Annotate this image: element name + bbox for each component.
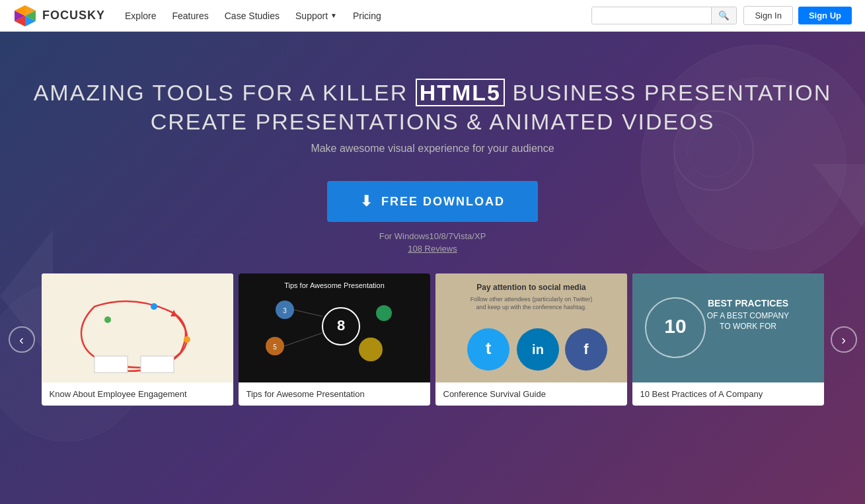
card-title-3: Conference Survival Guide — [435, 382, 627, 406]
svg-point-30 — [359, 338, 383, 361]
nav-case-studies[interactable]: Case Studies — [225, 11, 280, 21]
svg-point-19 — [104, 316, 111, 323]
search-button[interactable]: 🔍 — [711, 7, 736, 24]
svg-rect-14 — [42, 273, 233, 382]
download-icon: ⬇ — [360, 193, 373, 210]
html5-badge: HTML5 — [416, 79, 505, 106]
card4-svg: 10 BEST PRACTICES OF A BEST COMPANY TO W… — [632, 273, 824, 382]
svg-text:10: 10 — [664, 315, 686, 337]
svg-text:TO WORK FOR: TO WORK FOR — [720, 322, 776, 331]
navbar: FOCUSKY Explore Features Case Studies Su… — [0, 0, 865, 32]
svg-text:5: 5 — [273, 343, 277, 351]
logo[interactable]: FOCUSKY — [13, 4, 105, 28]
nav-explore[interactable]: Explore — [125, 11, 156, 21]
svg-text:8: 8 — [336, 317, 344, 334]
signup-button[interactable]: Sign Up — [798, 7, 852, 24]
logo-text: FOCUSKY — [42, 9, 105, 22]
svg-marker-13 — [813, 164, 865, 230]
card-title-2: Tips for Awesome Presentation — [239, 382, 430, 406]
search-input[interactable] — [592, 7, 711, 24]
svg-rect-17 — [94, 356, 128, 373]
svg-point-21 — [184, 336, 190, 343]
svg-point-31 — [376, 305, 392, 321]
card-title-4: 10 Best Practices of A Company — [632, 382, 824, 406]
nav-support[interactable]: Support ▼ — [295, 11, 337, 21]
svg-point-20 — [151, 303, 157, 310]
card-image-4: 10 BEST PRACTICES OF A BEST COMPANY TO W… — [632, 273, 824, 382]
logo-icon — [13, 4, 37, 28]
carousel-items: Know About Employee Engagement Tips for … — [35, 273, 831, 406]
svg-text:Pay attention to  social media: Pay attention to social media — [476, 283, 586, 292]
search-icon: 🔍 — [718, 11, 730, 20]
card-title-1: Know About Employee Engagement — [42, 382, 233, 406]
windows-compatibility: For Windows10/8/7Vista/XP — [379, 231, 486, 241]
carousel-card-2[interactable]: Tips for Awesome Presentation 8 3 5 — [239, 273, 430, 406]
signin-button[interactable]: Sign In — [743, 6, 792, 25]
svg-text:BEST PRACTICES: BEST PRACTICES — [707, 298, 788, 308]
svg-text:in: in — [532, 342, 544, 357]
svg-rect-18 — [141, 356, 174, 373]
reviews-link[interactable]: 108 Reviews — [408, 244, 457, 254]
nav-menu: Explore Features Case Studies Support ▼ … — [125, 11, 591, 21]
svg-text:t: t — [485, 338, 491, 358]
carousel-prev-button[interactable]: ‹ — [9, 326, 35, 353]
carousel-next-button[interactable]: › — [831, 326, 857, 353]
hero-section: AMAZING TOOLS FOR A KILLER HTML5 BUSINES… — [0, 32, 865, 504]
carousel-card-1[interactable]: Know About Employee Engagement — [42, 273, 233, 406]
carousel: ‹ — [0, 273, 865, 406]
svg-text:3: 3 — [283, 307, 287, 314]
carousel-card-3[interactable]: Pay attention to social media Follow oth… — [435, 273, 627, 406]
nav-features[interactable]: Features — [172, 11, 208, 21]
svg-text:Tips for Awesome Presentation: Tips for Awesome Presentation — [284, 281, 385, 289]
card2-svg: Tips for Awesome Presentation 8 3 5 — [239, 273, 430, 382]
svg-text:OF A BEST COMPANY: OF A BEST COMPANY — [706, 311, 788, 320]
search-bar: 🔍 — [591, 7, 737, 24]
card-image-3: Pay attention to social media Follow oth… — [435, 273, 627, 382]
card1-svg — [42, 273, 233, 382]
carousel-card-4[interactable]: 10 BEST PRACTICES OF A BEST COMPANY TO W… — [632, 273, 824, 406]
chevron-down-icon: ▼ — [330, 12, 337, 19]
svg-rect-22 — [239, 273, 430, 382]
card3-svg: Pay attention to social media Follow oth… — [435, 273, 627, 382]
hero-subtitle: Make awesome visual experience for your … — [311, 143, 554, 155]
card-image-1 — [42, 273, 233, 382]
svg-text:Follow other attendees (partic: Follow other attendees (particularly on … — [470, 296, 591, 303]
nav-pricing[interactable]: Pricing — [353, 11, 381, 21]
svg-text:and keep up with the conferenc: and keep up with the conference hashtag. — [476, 304, 586, 310]
card-image-2: Tips for Awesome Presentation 8 3 5 — [239, 273, 430, 382]
svg-text:f: f — [583, 341, 589, 357]
download-button[interactable]: ⬇ FREE DOWNLOAD — [327, 181, 538, 222]
hero-title: AMAZING TOOLS FOR A KILLER HTML5 BUSINES… — [34, 78, 832, 136]
